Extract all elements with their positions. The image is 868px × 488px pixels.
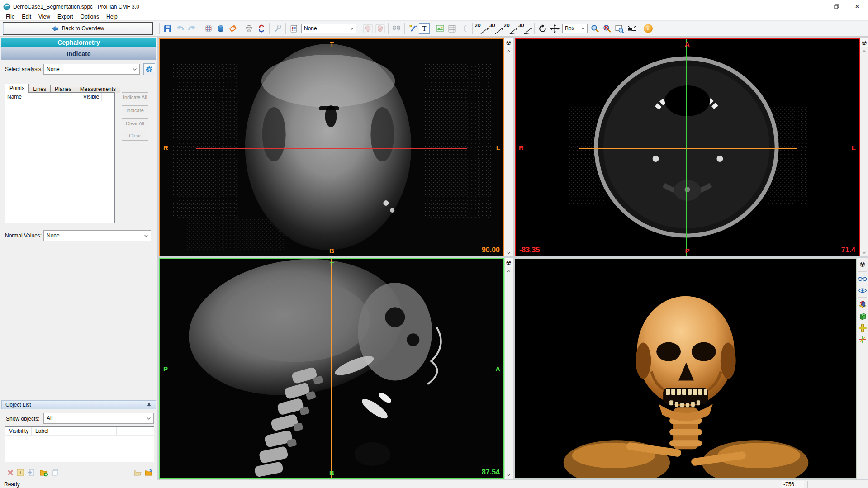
pen-icon (408, 24, 417, 33)
tag-button[interactable] (227, 23, 239, 35)
add-object-button[interactable] (38, 467, 49, 478)
tab-planes[interactable]: Planes (50, 85, 76, 93)
curve-button[interactable] (458, 23, 470, 35)
crosshair-vertical (686, 39, 687, 256)
indicate-button[interactable]: Indicate (122, 105, 148, 115)
analysis-list-button[interactable] (288, 23, 300, 35)
menu-view[interactable]: View (35, 13, 54, 20)
clipboard-list-icon (289, 24, 298, 33)
cylinder-button[interactable] (214, 23, 227, 35)
load-object-button[interactable] (133, 467, 143, 478)
menu-file[interactable]: File (2, 13, 18, 20)
import-object-button[interactable] (143, 467, 154, 478)
measure-2d-angle-button[interactable]: 2D (503, 23, 518, 35)
save-button[interactable] (161, 23, 174, 35)
sidebar: Cephalometry Indicate Select analysis: N… (0, 37, 157, 480)
delete-object-button[interactable] (5, 467, 16, 478)
orientation-top: T (330, 40, 334, 48)
menu-export[interactable]: Export (54, 13, 77, 20)
sagittal-scrollbar[interactable]: ☢ (504, 258, 513, 479)
tab-lines[interactable]: Lines (28, 85, 51, 93)
text-annotation-button[interactable]: T (419, 23, 430, 34)
menu-edit[interactable]: Edit (18, 13, 35, 20)
pan-view-button[interactable] (549, 23, 561, 35)
show-objects-label: Show objects: (6, 416, 40, 422)
pin-icon[interactable] (146, 402, 152, 408)
indicate-all-button[interactable]: Indicate All (122, 92, 148, 102)
duplicate-object-button[interactable] (50, 467, 61, 478)
wireframe-sphere-icon (204, 24, 213, 33)
maximize-button[interactable] (826, 0, 847, 13)
axes-button[interactable] (857, 334, 868, 345)
object-properties-button[interactable]: i (15, 467, 26, 478)
normal-values-dropdown[interactable]: None (43, 230, 151, 241)
windowing-button[interactable] (626, 23, 638, 35)
sagittal-slice-view[interactable]: T P A B 87.54 (159, 258, 504, 479)
coronal-slice-view[interactable]: T R L B 90.00 (159, 38, 504, 256)
toolbar-preset-dropdown[interactable]: None (301, 24, 356, 33)
radiology-icon[interactable]: ☢ (860, 38, 868, 47)
stereo-button[interactable] (857, 273, 868, 284)
rotate-view-button[interactable] (536, 23, 549, 35)
jaw-button[interactable] (255, 23, 267, 35)
scroll-down-button[interactable] (505, 471, 512, 479)
measure-3d-distance-button[interactable]: 3D (489, 23, 503, 35)
toolbar-preset-value: None (304, 25, 317, 32)
radiology-view-button[interactable]: ☢ (857, 259, 868, 270)
object-table[interactable]: Visibility Label (5, 426, 154, 462)
scroll-down-button[interactable] (505, 249, 512, 256)
analysis-settings-button[interactable] (143, 63, 155, 75)
measure-3d-angle-button[interactable]: 3D (518, 23, 532, 35)
minimize-button[interactable]: – (805, 0, 826, 13)
toolbar-separator (388, 23, 389, 34)
skull-option-1-button[interactable] (362, 23, 374, 35)
menu-options[interactable]: Options (77, 13, 103, 20)
zoom-region-button[interactable] (613, 23, 626, 35)
cross-section-button[interactable] (857, 322, 868, 333)
zoom-button[interactable] (589, 23, 601, 35)
measure-2d-distance-button[interactable]: 2D (474, 23, 489, 35)
clear-all-button[interactable]: Clear All (122, 118, 148, 128)
info-button[interactable]: i (642, 23, 654, 35)
undo-button[interactable] (174, 23, 186, 35)
clear-button[interactable]: Clear (122, 131, 148, 141)
scroll-up-button[interactable] (505, 47, 512, 55)
close-button[interactable]: ✕ (847, 0, 868, 13)
tab-points[interactable]: Points (5, 84, 29, 93)
volume-box-button[interactable] (857, 311, 868, 322)
snapshot-button[interactable] (434, 23, 446, 35)
back-to-overview-button[interactable]: Back to Overview (3, 22, 153, 35)
select-analysis-dropdown[interactable]: None (43, 64, 140, 75)
view-mode-dropdown[interactable]: Box (562, 24, 588, 33)
redo-button[interactable] (186, 23, 198, 35)
visibility-button[interactable] (857, 285, 868, 296)
tab-measurements[interactable]: Measurements (76, 85, 120, 93)
radiology-icon: ☢ (859, 261, 865, 269)
menu-help[interactable]: Help (103, 13, 121, 20)
axial-scrollbar[interactable]: ☢ (860, 38, 868, 256)
export-object-button[interactable] (26, 467, 37, 478)
volume-render-view[interactable] (515, 258, 857, 479)
points-list[interactable]: Name Visible (5, 92, 115, 223)
rail-separator (858, 297, 867, 298)
radiology-icon[interactable]: ☢ (504, 258, 513, 267)
show-objects-dropdown[interactable]: All (43, 413, 154, 424)
wireframe-sphere-button[interactable] (202, 23, 214, 35)
indicate-pen-button[interactable] (407, 23, 419, 35)
ortho-planes-button[interactable] (857, 299, 868, 310)
scroll-up-button[interactable] (860, 47, 868, 55)
folder-import-icon (144, 469, 153, 477)
zoom-reset-button[interactable] (601, 23, 613, 35)
scroll-up-button[interactable] (505, 267, 512, 275)
radiology-icon[interactable]: ☢ (504, 38, 513, 47)
scroll-down-button[interactable] (860, 249, 868, 256)
toolbar-separator (640, 23, 640, 34)
grid-button[interactable] (446, 23, 458, 35)
mirror-button[interactable] (390, 23, 403, 35)
axial-slice-view[interactable]: A R L P -83.35 71.4 (515, 38, 860, 256)
coronal-scrollbar[interactable]: ☢ (504, 38, 513, 256)
adjust-button[interactable] (271, 23, 284, 35)
skull-faded-icon (363, 24, 373, 33)
skull-button[interactable] (243, 23, 255, 35)
skull-option-2-button[interactable] (374, 23, 386, 35)
